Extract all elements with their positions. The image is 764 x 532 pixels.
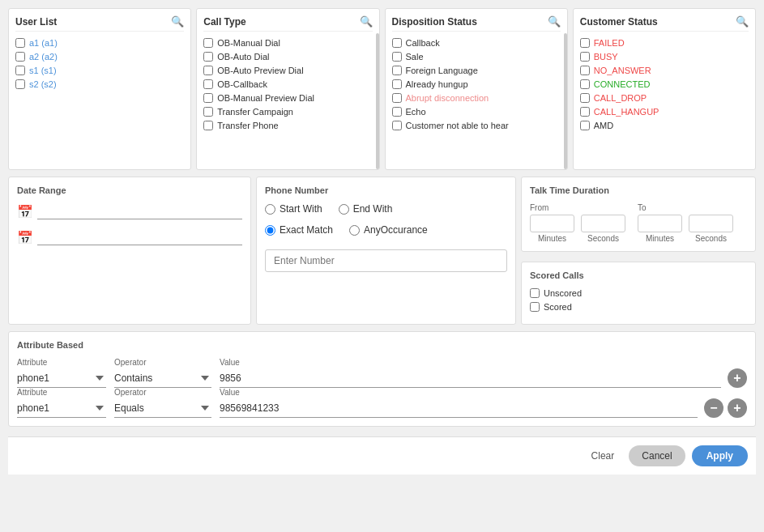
add-row-button-2[interactable]: + — [728, 398, 747, 418]
to-seconds-input[interactable] — [689, 215, 733, 232]
from-minutes-input[interactable] — [530, 215, 574, 232]
user-a1-checkbox[interactable] — [15, 38, 25, 48]
talk-time-to: To Minutes Seconds — [638, 203, 733, 243]
list-item: Sale — [392, 52, 561, 62]
exact-match-radio[interactable] — [265, 225, 275, 236]
talk-time-from: From Minutes Seconds — [530, 203, 625, 243]
customer-not-able-checkbox[interactable] — [392, 121, 402, 130]
user-list-title: User List — [15, 16, 57, 28]
ob-auto-preview-dial-checkbox[interactable] — [203, 66, 213, 75]
sale-checkbox[interactable] — [392, 52, 402, 62]
call-hangup-label: CALL_HANGUP — [594, 107, 659, 117]
operator-select-1[interactable]: Contains Equals Starts With Ends With — [114, 369, 211, 388]
amd-checkbox[interactable] — [580, 121, 590, 130]
user-s1-label[interactable]: s1 (s1) — [29, 66, 57, 75]
value-input-2[interactable] — [220, 399, 698, 418]
attribute-field-2: Attribute phone1 phone2 — [17, 388, 106, 418]
ob-callback-checkbox[interactable] — [203, 79, 213, 89]
add-row-button-1[interactable]: + — [728, 368, 747, 388]
busy-checkbox[interactable] — [580, 52, 590, 62]
start-with-radio[interactable] — [265, 204, 275, 215]
customer-status-search-icon[interactable]: 🔍 — [736, 15, 749, 28]
call-type-title: Call Type — [203, 16, 245, 28]
list-item: OB-Callback — [203, 79, 372, 89]
list-item: CALL_HANGUP — [580, 107, 749, 117]
footer: Clear Cancel Apply — [8, 436, 756, 475]
exact-match-label: Exact Match — [280, 224, 333, 236]
value-input-1[interactable] — [220, 369, 721, 388]
end-with-radio[interactable] — [339, 204, 349, 215]
from-label: From — [530, 203, 625, 212]
user-s2-label[interactable]: s2 (s2) — [29, 79, 57, 89]
calendar-to-icon[interactable]: 📅 — [17, 230, 33, 245]
user-a2-checkbox[interactable] — [15, 52, 25, 62]
apply-button[interactable]: Apply — [692, 445, 748, 466]
any-occurance-option[interactable]: AnyOccurance — [349, 224, 428, 236]
talk-time-title: Talk Time Duration — [530, 185, 747, 195]
list-item: OB-Manual Preview Dial — [203, 93, 372, 103]
attribute-label-2: Attribute — [17, 388, 106, 397]
transfer-campaign-checkbox[interactable] — [203, 107, 213, 117]
date-range-panel: Date Range 📅 📅 — [8, 177, 251, 325]
failed-label: FAILED — [594, 38, 625, 48]
date-to-input[interactable] — [37, 229, 242, 245]
phone-number-panel: Phone Number Start With End With Exact M… — [256, 177, 516, 325]
user-s1-checkbox[interactable] — [15, 66, 25, 75]
unscored-checkbox[interactable] — [530, 288, 540, 298]
disposition-search-icon[interactable]: 🔍 — [548, 15, 561, 28]
attribute-select-1[interactable]: phone1 phone2 — [17, 369, 106, 388]
call-drop-checkbox[interactable] — [580, 93, 590, 103]
phone-radio-row-1: Start With End With — [265, 203, 507, 215]
call-type-content: OB-Manual Dial OB-Auto Dial OB-Auto Prev… — [203, 38, 372, 134]
exact-match-option[interactable]: Exact Match — [265, 224, 333, 236]
list-item: Abrupt disconnection — [392, 93, 561, 103]
list-item: Callback — [392, 38, 561, 48]
abrupt-disconnection-checkbox[interactable] — [392, 93, 402, 103]
ob-manual-preview-dial-checkbox[interactable] — [203, 93, 213, 103]
ob-manual-dial-checkbox[interactable] — [203, 38, 213, 48]
user-a1-label[interactable]: a1 (a1) — [29, 38, 58, 48]
any-occurance-radio[interactable] — [349, 225, 360, 236]
start-with-label: Start With — [280, 203, 322, 215]
ob-auto-dial-checkbox[interactable] — [203, 52, 213, 62]
already-hungup-checkbox[interactable] — [392, 79, 402, 89]
date-from-row: 📅 — [17, 203, 242, 219]
value-field-1: Value — [220, 358, 721, 388]
no-answer-checkbox[interactable] — [580, 66, 590, 75]
customer-status-content: FAILED BUSY NO_ANSWER CONNECTED CALL_DRO… — [580, 38, 749, 134]
talk-time-fields: From Minutes Seconds — [530, 203, 747, 243]
operator-label-1: Operator — [114, 358, 211, 367]
remove-row-button-2[interactable]: − — [704, 398, 723, 418]
end-with-option[interactable]: End With — [339, 203, 393, 215]
phone-number-input[interactable] — [265, 249, 507, 272]
transfer-phone-checkbox[interactable] — [203, 121, 213, 130]
phone-radio-row-2: Exact Match AnyOccurance — [265, 224, 507, 236]
user-a2-label[interactable]: a2 (a2) — [29, 52, 58, 62]
from-seconds-input[interactable] — [581, 215, 625, 232]
cancel-button[interactable]: Cancel — [629, 445, 685, 466]
user-s2-checkbox[interactable] — [15, 79, 25, 89]
call-hangup-checkbox[interactable] — [580, 107, 590, 117]
scored-label: Scored — [544, 302, 572, 312]
call-drop-label: CALL_DROP — [594, 93, 647, 103]
scored-checkbox[interactable] — [530, 302, 540, 312]
to-minutes-input[interactable] — [638, 215, 682, 232]
foreign-language-checkbox[interactable] — [392, 66, 402, 75]
attribute-fields-1: Attribute phone1 phone2 Operator Contain… — [17, 358, 721, 388]
value-label-1: Value — [220, 358, 721, 367]
date-from-input[interactable] — [37, 203, 242, 219]
attribute-select-2[interactable]: phone1 phone2 — [17, 399, 106, 418]
connected-checkbox[interactable] — [580, 79, 590, 89]
start-with-option[interactable]: Start With — [265, 203, 322, 215]
attribute-row-2: Attribute phone1 phone2 Operator Contain… — [17, 388, 747, 418]
operator-label-2: Operator — [114, 388, 211, 397]
failed-checkbox[interactable] — [580, 38, 590, 48]
user-list-search-icon[interactable]: 🔍 — [171, 15, 184, 28]
callback-checkbox[interactable] — [392, 38, 402, 48]
clear-button[interactable]: Clear — [583, 445, 623, 466]
echo-checkbox[interactable] — [392, 107, 402, 117]
talk-time-panel: Talk Time Duration From Minutes Seconds — [521, 177, 756, 252]
calendar-from-icon[interactable]: 📅 — [17, 204, 33, 219]
operator-select-2[interactable]: Contains Equals Starts With Ends With — [114, 399, 211, 418]
call-type-search-icon[interactable]: 🔍 — [360, 15, 373, 28]
